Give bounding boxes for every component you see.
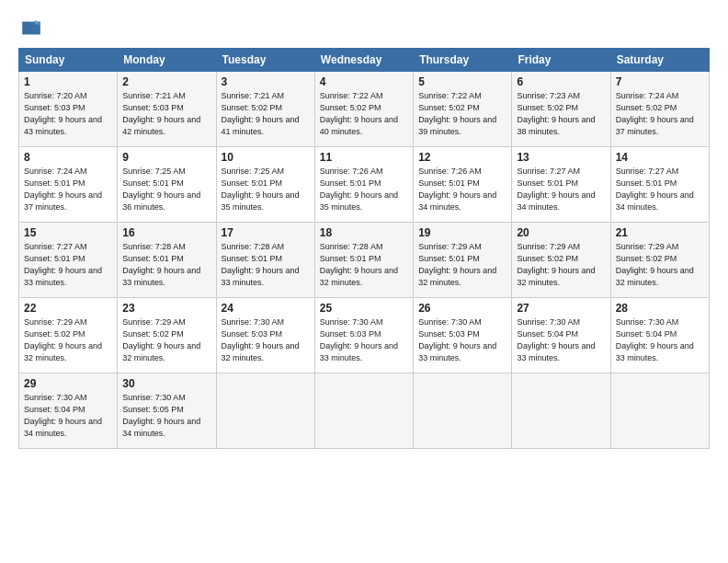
cell-content: Sunrise: 7:29 AM Sunset: 5:02 PM Dayligh… — [616, 241, 704, 289]
day-number: 15 — [24, 226, 112, 239]
calendar-week-2: 8 Sunrise: 7:24 AM Sunset: 5:01 PM Dayli… — [19, 147, 710, 223]
cell-content: Sunrise: 7:28 AM Sunset: 5:01 PM Dayligh… — [320, 241, 408, 289]
cell-content: Sunrise: 7:20 AM Sunset: 5:03 PM Dayligh… — [24, 90, 112, 138]
calendar-week-4: 22 Sunrise: 7:29 AM Sunset: 5:02 PM Dayl… — [19, 298, 710, 373]
calendar-cell: 20 Sunrise: 7:29 AM Sunset: 5:02 PM Dayl… — [512, 223, 610, 298]
calendar-cell: 19 Sunrise: 7:29 AM Sunset: 5:01 PM Dayl… — [414, 223, 512, 298]
page: Sunday Monday Tuesday Wednesday Thursday… — [0, 0, 728, 458]
calendar-cell: 18 Sunrise: 7:28 AM Sunset: 5:01 PM Dayl… — [314, 223, 413, 298]
calendar-week-3: 15 Sunrise: 7:27 AM Sunset: 5:01 PM Dayl… — [19, 223, 710, 298]
cell-content: Sunrise: 7:24 AM Sunset: 5:01 PM Dayligh… — [24, 166, 112, 213]
day-number: 4 — [320, 75, 408, 88]
cell-content: Sunrise: 7:27 AM Sunset: 5:01 PM Dayligh… — [517, 166, 605, 213]
cell-content: Sunrise: 7:29 AM Sunset: 5:02 PM Dayligh… — [122, 316, 210, 364]
calendar-cell: 28 Sunrise: 7:30 AM Sunset: 5:04 PM Dayl… — [610, 298, 709, 373]
calendar-cell: 13 Sunrise: 7:27 AM Sunset: 5:01 PM Dayl… — [512, 147, 610, 223]
weekday-row: Sunday Monday Tuesday Wednesday Thursday… — [19, 49, 710, 72]
calendar-cell: 16 Sunrise: 7:28 AM Sunset: 5:01 PM Dayl… — [118, 223, 216, 298]
calendar-cell: 21 Sunrise: 7:29 AM Sunset: 5:02 PM Dayl… — [610, 223, 709, 298]
header — [18, 17, 710, 42]
calendar-cell: 15 Sunrise: 7:27 AM Sunset: 5:01 PM Dayl… — [19, 223, 118, 298]
calendar-cell: 23 Sunrise: 7:29 AM Sunset: 5:02 PM Dayl… — [118, 298, 216, 373]
calendar-cell: 24 Sunrise: 7:30 AM Sunset: 5:03 PM Dayl… — [216, 298, 314, 373]
day-number: 29 — [24, 377, 112, 390]
calendar-cell — [610, 373, 709, 449]
day-number: 30 — [122, 377, 210, 390]
calendar-cell: 6 Sunrise: 7:23 AM Sunset: 5:02 PM Dayli… — [512, 72, 610, 147]
day-number: 10 — [222, 151, 310, 164]
calendar-week-5: 29 Sunrise: 7:30 AM Sunset: 5:04 PM Dayl… — [19, 373, 710, 449]
cell-content: Sunrise: 7:28 AM Sunset: 5:01 PM Dayligh… — [222, 241, 310, 289]
cell-content: Sunrise: 7:25 AM Sunset: 5:01 PM Dayligh… — [122, 166, 210, 213]
th-friday: Friday — [512, 49, 610, 72]
calendar-cell: 11 Sunrise: 7:26 AM Sunset: 5:01 PM Dayl… — [314, 147, 413, 223]
cell-content: Sunrise: 7:22 AM Sunset: 5:02 PM Dayligh… — [320, 90, 408, 138]
cell-content: Sunrise: 7:30 AM Sunset: 5:03 PM Dayligh… — [418, 316, 506, 364]
day-number: 11 — [320, 151, 408, 164]
cell-content: Sunrise: 7:26 AM Sunset: 5:01 PM Dayligh… — [320, 166, 408, 213]
day-number: 6 — [517, 75, 605, 88]
cell-content: Sunrise: 7:30 AM Sunset: 5:05 PM Dayligh… — [122, 392, 210, 440]
day-number: 27 — [517, 302, 605, 315]
cell-content: Sunrise: 7:27 AM Sunset: 5:01 PM Dayligh… — [24, 241, 112, 289]
calendar-cell: 5 Sunrise: 7:22 AM Sunset: 5:02 PM Dayli… — [414, 72, 512, 147]
cell-content: Sunrise: 7:30 AM Sunset: 5:04 PM Dayligh… — [616, 316, 704, 364]
day-number: 16 — [122, 226, 210, 239]
day-number: 12 — [418, 151, 506, 164]
cell-content: Sunrise: 7:23 AM Sunset: 5:02 PM Dayligh… — [517, 90, 605, 138]
day-number: 2 — [122, 75, 210, 88]
cell-content: Sunrise: 7:24 AM Sunset: 5:02 PM Dayligh… — [616, 90, 704, 138]
day-number: 21 — [616, 226, 704, 239]
day-number: 26 — [418, 302, 506, 315]
cell-content: Sunrise: 7:25 AM Sunset: 5:01 PM Dayligh… — [222, 166, 310, 213]
calendar-cell: 7 Sunrise: 7:24 AM Sunset: 5:02 PM Dayli… — [610, 72, 709, 147]
calendar-cell: 2 Sunrise: 7:21 AM Sunset: 5:03 PM Dayli… — [118, 72, 216, 147]
cell-content: Sunrise: 7:21 AM Sunset: 5:03 PM Dayligh… — [122, 90, 210, 138]
th-tuesday: Tuesday — [216, 49, 314, 72]
logo-icon — [18, 17, 44, 42]
cell-content: Sunrise: 7:30 AM Sunset: 5:03 PM Dayligh… — [320, 316, 408, 364]
calendar-week-1: 1 Sunrise: 7:20 AM Sunset: 5:03 PM Dayli… — [19, 72, 710, 147]
day-number: 1 — [24, 75, 112, 88]
calendar-cell: 4 Sunrise: 7:22 AM Sunset: 5:02 PM Dayli… — [314, 72, 413, 147]
cell-content: Sunrise: 7:29 AM Sunset: 5:01 PM Dayligh… — [418, 241, 506, 289]
calendar-body: 1 Sunrise: 7:20 AM Sunset: 5:03 PM Dayli… — [19, 72, 710, 449]
day-number: 20 — [517, 226, 605, 239]
calendar-cell — [414, 373, 512, 449]
calendar: Sunday Monday Tuesday Wednesday Thursday… — [18, 48, 710, 449]
day-number: 5 — [418, 75, 506, 88]
calendar-cell: 14 Sunrise: 7:27 AM Sunset: 5:01 PM Dayl… — [610, 147, 709, 223]
calendar-header: Sunday Monday Tuesday Wednesday Thursday… — [19, 49, 710, 72]
calendar-cell — [216, 373, 314, 449]
calendar-cell: 1 Sunrise: 7:20 AM Sunset: 5:03 PM Dayli… — [19, 72, 118, 147]
th-wednesday: Wednesday — [314, 49, 413, 72]
day-number: 7 — [616, 75, 704, 88]
calendar-cell: 27 Sunrise: 7:30 AM Sunset: 5:04 PM Dayl… — [512, 298, 610, 373]
logo — [18, 17, 48, 42]
day-number: 18 — [320, 226, 408, 239]
cell-content: Sunrise: 7:28 AM Sunset: 5:01 PM Dayligh… — [122, 241, 210, 289]
th-sunday: Sunday — [19, 49, 118, 72]
day-number: 17 — [222, 226, 310, 239]
th-monday: Monday — [118, 49, 216, 72]
day-number: 3 — [222, 75, 310, 88]
day-number: 9 — [122, 151, 210, 164]
cell-content: Sunrise: 7:30 AM Sunset: 5:03 PM Dayligh… — [222, 316, 310, 364]
cell-content: Sunrise: 7:29 AM Sunset: 5:02 PM Dayligh… — [24, 316, 112, 364]
day-number: 8 — [24, 151, 112, 164]
calendar-cell: 30 Sunrise: 7:30 AM Sunset: 5:05 PM Dayl… — [118, 373, 216, 449]
calendar-cell: 8 Sunrise: 7:24 AM Sunset: 5:01 PM Dayli… — [19, 147, 118, 223]
calendar-cell: 26 Sunrise: 7:30 AM Sunset: 5:03 PM Dayl… — [414, 298, 512, 373]
cell-content: Sunrise: 7:30 AM Sunset: 5:04 PM Dayligh… — [24, 392, 112, 440]
day-number: 24 — [222, 302, 310, 315]
calendar-cell: 17 Sunrise: 7:28 AM Sunset: 5:01 PM Dayl… — [216, 223, 314, 298]
cell-content: Sunrise: 7:30 AM Sunset: 5:04 PM Dayligh… — [517, 316, 605, 364]
cell-content: Sunrise: 7:21 AM Sunset: 5:02 PM Dayligh… — [222, 90, 310, 138]
calendar-cell: 12 Sunrise: 7:26 AM Sunset: 5:01 PM Dayl… — [414, 147, 512, 223]
day-number: 23 — [122, 302, 210, 315]
cell-content: Sunrise: 7:27 AM Sunset: 5:01 PM Dayligh… — [616, 166, 704, 213]
day-number: 13 — [517, 151, 605, 164]
calendar-cell — [314, 373, 413, 449]
svg-rect-1 — [22, 22, 31, 35]
day-number: 22 — [24, 302, 112, 315]
